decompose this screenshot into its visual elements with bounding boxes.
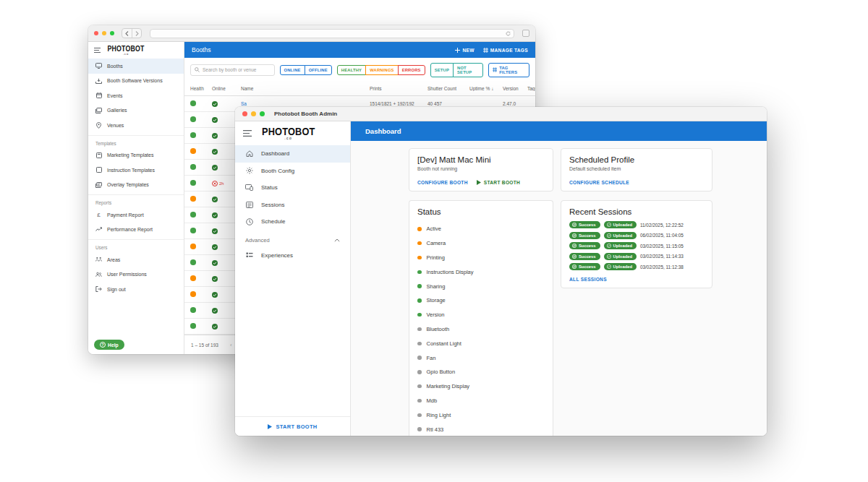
new-button[interactable]: NEW (455, 48, 474, 53)
sidebar-item-performance-report[interactable]: Performance Report (88, 223, 184, 238)
maximize-button[interactable] (110, 31, 114, 35)
status-label: Storage (427, 297, 446, 304)
status-item: Fan (417, 350, 545, 365)
chevron-left-icon[interactable]: ‹ (230, 342, 232, 348)
help-label: Help (108, 343, 119, 348)
start-booth-button[interactable]: START BOOTH (477, 180, 520, 185)
sidebar-item-status[interactable]: Status (235, 179, 350, 197)
col-prints[interactable]: Prints (367, 86, 425, 91)
sidebar-item-dashboard[interactable]: Dashboard (235, 145, 350, 163)
forward-button[interactable] (132, 29, 141, 38)
sidebar-item-instruction-templates[interactable]: Instruction Templates (88, 163, 184, 178)
close-button[interactable] (94, 31, 98, 35)
sidebar-item-areas[interactable]: Areas (88, 252, 184, 267)
sidebar-item-label: Booths (107, 64, 123, 69)
online-check-icon (212, 101, 218, 107)
filter-chip-offline[interactable]: OFFLINE (305, 65, 332, 75)
help-button[interactable]: ? Help (94, 340, 124, 350)
sidebar-item-label: Dashboard (261, 150, 289, 157)
filter-chip-online[interactable]: ONLINE (280, 65, 305, 75)
prints-value: 1514/1821 + 192/192 (367, 101, 425, 106)
session-row[interactable]: Success Uploaded 03/02/2025, 11:15:05 (569, 242, 704, 249)
all-sessions-link[interactable]: ALL SESSIONS (569, 277, 704, 282)
sidebar-item-sessions[interactable]: Sessions (235, 197, 350, 214)
menu-icon[interactable] (94, 48, 101, 53)
sort-arrow-icon[interactable]: ↓ (491, 86, 493, 91)
status-label: Sharing (427, 283, 446, 290)
status-label: Instructions Display (427, 269, 474, 275)
sidebar-item-payment-report[interactable]: £ Payment Report (88, 207, 184, 223)
online-check-icon (212, 228, 218, 234)
check-icon (572, 223, 576, 227)
experiences-icon (245, 252, 253, 258)
clock-icon (245, 218, 253, 225)
start-booth-sidebar-button[interactable]: START BOOTH (235, 416, 350, 436)
session-row[interactable]: Success Uploaded 03/02/2025, 11:12:38 (569, 263, 704, 270)
uploaded-badge: Uploaded (604, 221, 637, 228)
sidebar-item-booth-software-versions[interactable]: Booth Software Versions (88, 74, 184, 89)
sidebar-item-schedule[interactable]: Schedule (235, 213, 350, 231)
sidebar-item-label: Schedule (261, 218, 285, 225)
sidebar-item-booth-config[interactable]: Booth Config (235, 163, 350, 180)
online-status (209, 276, 238, 282)
booth-name-link[interactable]: Sa (238, 101, 367, 106)
session-row[interactable]: Success Uploaded 03/02/2025, 11:14:33 (569, 253, 704, 260)
sidebar-item-venues[interactable]: Venues (88, 118, 184, 133)
close-button[interactable] (242, 111, 247, 116)
search-input[interactable]: Search by booth or venue (190, 64, 275, 76)
status-item: Gpio Button (417, 365, 545, 379)
advanced-section-toggle[interactable]: Advanced (235, 231, 350, 247)
filter-chip-setup[interactable]: SETUP (430, 63, 454, 77)
sidebar-item-marketing-templates[interactable]: Marketing Templates (88, 148, 184, 163)
sidebar-item-booths[interactable]: Booths (88, 59, 184, 74)
shutter-count-value: 40 457 (425, 101, 467, 106)
col-health[interactable]: Health (184, 86, 209, 91)
health-dot (190, 180, 196, 186)
col-uptime[interactable]: Uptime % ↓ (467, 86, 500, 91)
online-status (209, 101, 238, 107)
success-badge: Success (569, 242, 600, 249)
minimize-button[interactable] (102, 31, 106, 35)
sessions-icon (245, 202, 253, 208)
configure-booth-button[interactable]: CONFIGURE BOOTH (417, 180, 468, 185)
address-bar[interactable] (150, 29, 514, 38)
health-dot (190, 164, 196, 170)
sidebar-item-events[interactable]: Events (88, 88, 184, 103)
configure-schedule-button[interactable]: CONFIGURE SCHEDULE (569, 180, 629, 185)
filter-chip-healthy[interactable]: HEALTHY (337, 65, 366, 75)
session-timestamp: 03/02/2025, 11:12:38 (640, 264, 684, 270)
col-version[interactable]: Version (500, 86, 524, 91)
setup-filter-group: SETUP NOT SETUP (430, 63, 483, 77)
browser-nav (122, 28, 142, 38)
session-row[interactable]: Success Uploaded 06/02/2025, 11:04:05 (569, 232, 704, 239)
calendar-icon (95, 92, 102, 98)
browser-sidebar-icon[interactable] (522, 30, 529, 37)
sidebar-item-experiences[interactable]: Experiences (235, 247, 350, 264)
session-row[interactable]: Success Uploaded 11/02/2025, 12:22:52 (569, 221, 704, 228)
sidebar-item-sign-out[interactable]: Sign out (88, 282, 184, 297)
sidebar-item-galleries[interactable]: Galleries (88, 103, 184, 119)
col-tags[interactable]: Tags (524, 86, 535, 91)
col-shutter-count[interactable]: Shutter Count (425, 86, 467, 91)
filter-chip-errors[interactable]: ERRORS (398, 65, 425, 75)
menu-icon[interactable] (243, 130, 252, 137)
sidebar-item-label: Sessions (261, 202, 284, 208)
sidebar-item-overlay-templates[interactable]: Overlay Templates (88, 178, 184, 193)
filter-chip-warnings[interactable]: WARNINGS (365, 65, 398, 75)
online-status (209, 244, 238, 250)
refresh-icon[interactable] (506, 31, 511, 36)
back-button[interactable] (122, 29, 132, 38)
check-icon (572, 254, 576, 259)
offline-icon (212, 181, 218, 186)
status-label: Version (427, 311, 445, 318)
col-name[interactable]: Name (238, 86, 367, 91)
maximize-button[interactable] (260, 111, 265, 116)
manage-tags-button[interactable]: MANAGE TAGS (483, 48, 528, 53)
session-list: Success Uploaded 11/02/2025, 12:22:52 (569, 221, 704, 270)
tag-filters-button[interactable]: TAG FILTERS (488, 63, 529, 77)
minimize-button[interactable] (251, 111, 256, 116)
col-online[interactable]: Online (209, 86, 238, 91)
filter-chip-not-setup[interactable]: NOT SETUP (453, 63, 483, 77)
chevron-up-icon (334, 238, 340, 242)
sidebar-item-user-permissions[interactable]: User Permissions (88, 267, 184, 283)
